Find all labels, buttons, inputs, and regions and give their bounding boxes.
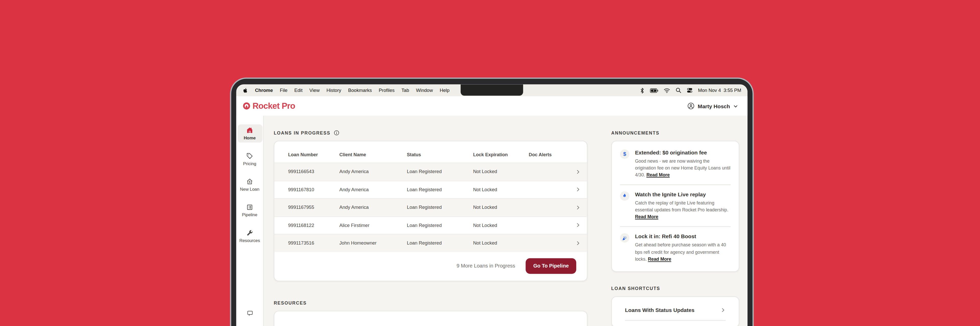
menubar-item-history[interactable]: History — [326, 87, 341, 93]
table-row[interactable]: 9991173516 John Homeowner Loan Registere… — [274, 234, 587, 252]
sidebar-item-label: Home — [244, 135, 256, 140]
announcement-title: Lock it in: Refi 40 Boost — [635, 234, 731, 240]
chevron-down-icon — [733, 103, 738, 108]
announcement-title: Extended: $0 origination fee — [635, 149, 731, 156]
cell-loan-number: 9991173516 — [288, 240, 339, 246]
announcement-item[interactable]: Lock it in: Refi 40 Boost Get ahead befo… — [620, 234, 730, 262]
sidebar-item-resources[interactable]: Resources — [237, 227, 262, 245]
announcements-heading: ANNOUNCEMENTS — [611, 130, 739, 135]
bluetooth-icon[interactable] — [640, 87, 644, 94]
divider — [620, 227, 730, 227]
sidebar-item-pricing[interactable]: Pricing — [237, 150, 262, 168]
divider — [620, 184, 730, 185]
desktop-background: Chrome File Edit View History Bookmarks … — [0, 0, 980, 326]
cell-client-name: Andy America — [339, 169, 407, 175]
menubar-item-chrome[interactable]: Chrome — [255, 87, 273, 93]
read-more-link[interactable]: Read More — [648, 256, 671, 262]
home-icon — [246, 127, 253, 134]
cell-status: Loan Registered — [407, 205, 473, 210]
announcement-body: Good news - we are now waiving the origi… — [635, 157, 731, 178]
cell-lock-expiration: Not Locked — [473, 205, 529, 210]
user-menu[interactable]: Marty Hosch — [688, 103, 738, 110]
apple-menu-icon[interactable] — [242, 87, 248, 94]
announcement-item[interactable]: Watch the Ignite Live replay Catch the r… — [620, 191, 730, 220]
sidebar-item-label: New Loan — [240, 187, 259, 191]
cell-client-name: Alice Firstimer — [339, 223, 407, 228]
cell-loan-number: 9991166543 — [288, 169, 339, 175]
chevron-right-icon[interactable] — [576, 240, 581, 246]
sidebar-item-home[interactable]: Home — [237, 124, 262, 142]
menubar-item-profiles[interactable]: Profiles — [379, 87, 395, 93]
cell-lock-expiration: Not Locked — [473, 240, 529, 246]
table-row[interactable]: 9991168122 Alice Firstimer Loan Register… — [274, 216, 587, 234]
announcement-body-text: Catch the replay of Ignite Live featurin… — [635, 200, 729, 213]
menubar-item-help[interactable]: Help — [440, 87, 449, 93]
chevron-right-icon[interactable] — [576, 205, 581, 210]
read-more-link[interactable]: Read More — [635, 214, 658, 220]
chevron-right-icon[interactable] — [576, 223, 581, 228]
announcement-body: Catch the replay of Ignite Live featurin… — [635, 200, 731, 220]
user-avatar-icon — [688, 103, 695, 110]
read-more-link[interactable]: Read More — [646, 172, 670, 178]
macos-menubar: Chrome File Edit View History Bookmarks … — [236, 84, 748, 97]
camera-notch — [461, 84, 523, 95]
table-row[interactable]: 9991167955 Andy America Loan Registered … — [274, 198, 587, 216]
wrench-icon — [246, 229, 253, 236]
search-icon[interactable] — [676, 87, 681, 93]
user-name: Marty Hosch — [698, 103, 730, 109]
shortcut-loans-with-status-updates[interactable]: Loans With Status Updates — [620, 307, 730, 313]
menubar-item-tab[interactable]: Tab — [401, 87, 409, 93]
cell-status: Loan Registered — [407, 223, 473, 228]
shortcut-label: Loans With Status Updates — [625, 307, 694, 313]
announcement-item[interactable]: $ Extended: $0 origination fee Good news… — [620, 149, 730, 178]
sidebar-item-label: Resources — [239, 238, 260, 243]
menubar-item-edit[interactable]: Edit — [294, 87, 302, 93]
menubar-item-bookmarks[interactable]: Bookmarks — [348, 87, 372, 93]
main-content: LOANS IN PROGRESS Loan Number Client Nam… — [264, 116, 586, 326]
sidebar-bottom-partial-icon[interactable] — [237, 308, 262, 319]
sidebar-item-pipeline[interactable]: Pipeline — [237, 202, 262, 219]
app-header: Rocket Pro Marty Hosch — [236, 96, 748, 116]
chat-icon — [247, 310, 253, 316]
col-status: Status — [407, 152, 473, 157]
table-row[interactable]: 9991166543 Andy America Loan Registered … — [274, 162, 587, 180]
menubar-item-window[interactable]: Window — [416, 87, 433, 93]
rocket-logo-icon — [242, 101, 251, 111]
dollar-icon: $ — [620, 149, 629, 159]
menubar-clock[interactable]: Mon Nov 4 3:55 PM — [698, 87, 741, 93]
loans-in-progress-heading: LOANS IN PROGRESS — [274, 130, 586, 135]
control-center-icon[interactable] — [687, 87, 692, 93]
cell-lock-expiration: Not Locked — [473, 169, 529, 175]
loans-table-header: Loan Number Client Name Status Lock Expi… — [274, 147, 587, 162]
cell-client-name: Andy America — [339, 187, 407, 192]
col-lock-expiration: Lock Expiration — [473, 152, 529, 157]
announcement-body: Get ahead before purchase season with a … — [635, 242, 731, 262]
battery-charging-icon[interactable] — [650, 88, 658, 93]
menubar-item-view[interactable]: View — [309, 87, 320, 93]
more-loans-text: 9 More Loans in Progress — [457, 263, 515, 269]
go-to-pipeline-button[interactable]: Go To Pipeline — [526, 258, 576, 274]
loans-table-footer: 9 More Loans in Progress Go To Pipeline — [274, 252, 587, 281]
loan-shortcuts-heading: LOAN SHORTCUTS — [611, 285, 739, 291]
resources-title: RESOURCES — [274, 300, 307, 305]
info-icon[interactable] — [334, 130, 339, 135]
sidebar-item-label: Pricing — [243, 161, 256, 166]
party-popper-icon — [620, 234, 629, 243]
wifi-icon[interactable] — [663, 88, 670, 93]
table-row[interactable]: 9991167810 Andy America Loan Registered … — [274, 180, 587, 198]
cell-lock-expiration: Not Locked — [473, 187, 529, 192]
flame-icon — [620, 191, 629, 201]
announcements-card: $ Extended: $0 origination fee Good news… — [611, 141, 739, 272]
chevron-right-icon[interactable] — [576, 187, 581, 192]
col-loan-number: Loan Number — [288, 152, 339, 157]
cell-client-name: Andy America — [339, 205, 407, 210]
sidebar-item-new-loan[interactable]: $ New Loan — [237, 176, 262, 194]
svg-text:$: $ — [249, 180, 251, 183]
laptop-bezel: Chrome File Edit View History Bookmarks … — [231, 79, 752, 326]
laptop-frame: Chrome File Edit View History Bookmarks … — [230, 78, 754, 326]
cell-status: Loan Registered — [407, 187, 473, 192]
right-panel: ANNOUNCEMENTS $ Extended: $0 origination… — [611, 116, 739, 326]
chevron-right-icon[interactable] — [576, 169, 581, 174]
menubar-item-file[interactable]: File — [280, 87, 287, 93]
rocket-pro-logo[interactable]: Rocket Pro — [242, 101, 295, 111]
